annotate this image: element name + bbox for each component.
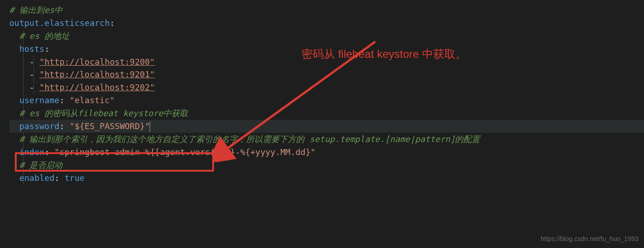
comment: # es 的地址 (19, 31, 69, 41)
code-line: # es 的地址 (9, 30, 644, 43)
yaml-key: enabled (19, 173, 55, 183)
code-line: username: "elastic" (9, 94, 644, 107)
code-line: - "http://localhost:9201" (9, 68, 644, 81)
host-url-2: "http://localhost:9201" (39, 69, 155, 79)
yaml-key: index (19, 147, 44, 157)
code-line: enabled: true (9, 172, 644, 185)
code-editor[interactable]: # 输出到es中 output.elasticsearch: # es 的地址 … (0, 4, 644, 184)
bool-value: true (64, 173, 84, 183)
yaml-key: output.elasticsearch (9, 18, 110, 28)
host-url-1: "http://localhost:9200" (39, 57, 155, 67)
comment: # 是否启动 (19, 160, 63, 170)
string-value: "${ES_PASSWORD}" (69, 121, 150, 131)
code-line: output.elasticsearch: (9, 17, 644, 30)
yaml-key: password (19, 121, 60, 131)
yaml-key: username (19, 95, 60, 105)
comment: # es 的密码从filebeat keystore中获取 (19, 108, 188, 118)
comment: # 输出到那个索引，因为我们这个地方自定义了索引的名字，所以需要下方的 setu… (19, 134, 480, 144)
code-line: - "http://localhost:9202" (9, 81, 644, 94)
code-line: # 输出到那个索引，因为我们这个地方自定义了索引的名字，所以需要下方的 setu… (9, 133, 644, 146)
string-value: "elastic" (69, 95, 115, 105)
comment: # 输出到es中 (9, 5, 63, 15)
watermark: https://blog.csdn.net/fu_huo_1993 (541, 234, 638, 244)
code-line: index: "springboot-admin-%{[agent.versio… (9, 146, 644, 159)
yaml-key: hosts (19, 44, 44, 54)
code-line: # es 的密码从filebeat keystore中获取 (9, 107, 644, 120)
code-line: # 输出到es中 (9, 4, 644, 17)
annotation-text: 密码从 filebeat keystore 中获取。 (302, 45, 467, 62)
string-value: "springboot-admin-%{[agent.version]}-%{+… (55, 147, 316, 157)
code-line: # 是否启动 (9, 159, 644, 172)
text-cursor (150, 122, 150, 132)
host-url-3: "http://localhost:9202" (39, 82, 155, 92)
highlighted-code-line: password: "${ES_PASSWORD}" (9, 120, 644, 133)
